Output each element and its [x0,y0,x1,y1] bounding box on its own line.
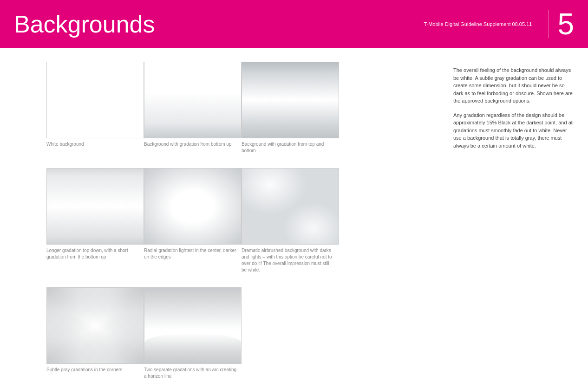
bg-preview-bottom-up [144,62,242,138]
list-item: Two separate gradations with an arc crea… [144,287,237,380]
bg-preview-radial [144,168,242,245]
backgrounds-grid: White background Background with gradati… [46,62,444,388]
bg-caption-top-down-short: Longer gradation top down, with a short … [46,247,139,260]
bg-preview-white [46,62,144,138]
list-item: Dramatic airbrushed background with dark… [242,168,334,273]
header-right: T-Mobile Digital Guideline Supplement 08… [424,9,574,39]
bg-preview-top-down-short [46,168,144,245]
list-item: Radial gradation lightest in the center,… [144,168,237,273]
page-header: Backgrounds T-Mobile Digital Guideline S… [0,0,588,48]
list-item: Background with gradation from top and b… [242,62,334,154]
list-item: White background [46,62,139,154]
grid-empty-cell [242,287,334,380]
page-title: Backgrounds [14,10,155,38]
bg-caption-bottom-up: Background with gradation from bottom up [144,141,237,148]
header-subtitle: T-Mobile Digital Guideline Supplement 08… [424,21,540,27]
list-item: Longer gradation top down, with a short … [46,168,139,273]
page-number: 5 [557,9,574,39]
bg-caption-top-bottom: Background with gradation from top and b… [242,141,334,154]
bg-preview-airbrushed [242,168,339,245]
list-item: Background with gradation from bottom up [144,62,237,154]
bg-caption-white: White background [46,141,139,148]
bg-caption-airbrushed: Dramatic airbrushed background with dark… [242,247,334,273]
list-item: Subtle gray gradations in the corners [46,287,139,380]
bg-preview-corners [46,287,144,364]
description-para1: The overall feeling of the background sh… [453,66,574,105]
bg-caption-horizon: Two separate gradations with an arc crea… [144,367,237,380]
description-panel: The overall feeling of the background sh… [453,62,574,388]
description-para2: Any gradation regardless of the design s… [453,111,574,150]
bg-caption-radial: Radial gradation lightest in the center,… [144,247,237,260]
bg-caption-corners: Subtle gray gradations in the corners [46,367,139,373]
bg-preview-horizon [144,287,242,364]
header-divider [549,10,549,38]
bg-preview-top-bottom [242,62,339,138]
main-content: White background Background with gradati… [0,48,588,388]
